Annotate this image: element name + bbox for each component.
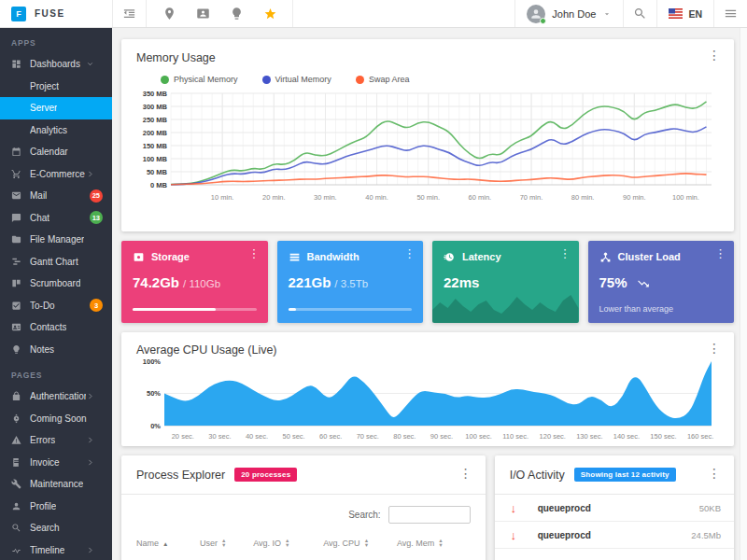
sort-icon: ▲▼	[364, 539, 369, 548]
svg-text:100 min.: 100 min.	[672, 193, 699, 202]
collapse-sidebar-button[interactable]	[112, 0, 146, 27]
process-menu-button[interactable]: ⋮	[456, 465, 476, 482]
svg-text:0 MB: 0 MB	[150, 181, 168, 189]
bandwidth-menu-button[interactable]: ⋮	[403, 246, 416, 260]
sidebar-item-invoice[interactable]: Invoice	[0, 452, 112, 474]
language-selector[interactable]: EN	[656, 0, 713, 27]
legend-item[interactable]: Virtual Memory	[262, 75, 331, 84]
column-header-avg-io[interactable]: Avg. IO▲▼	[253, 539, 323, 548]
cart-icon	[11, 169, 21, 179]
svg-text:30 min.: 30 min.	[314, 193, 337, 202]
io-activity-row[interactable]: ↓queueprocd24.5Mb	[495, 522, 734, 549]
sidebar-item-to-do[interactable]: To-Do3	[0, 295, 112, 317]
svg-text:130 sec.: 130 sec.	[576, 432, 602, 441]
svg-text:100%: 100%	[143, 357, 162, 366]
clock-icon	[444, 251, 456, 263]
user-menu[interactable]: John Doe	[514, 0, 623, 27]
sidebar-item-label: E-Commerce	[30, 169, 85, 179]
gantt-icon	[11, 257, 21, 267]
sidebar-item-mail[interactable]: Mail25	[0, 185, 112, 207]
sidebar-item-label: Analytics	[30, 125, 67, 135]
latency-menu-button[interactable]: ⋮	[559, 246, 571, 260]
sidebar-item-label: Timeline	[30, 545, 64, 555]
bulb-icon	[11, 344, 21, 355]
svg-text:90 sec.: 90 sec.	[430, 432, 453, 441]
sidebar-item-label: Project	[30, 81, 59, 91]
svg-text:20 min.: 20 min.	[262, 193, 286, 202]
sidebar-item-authentication[interactable]: Authentication	[0, 385, 112, 408]
search-button[interactable]	[623, 0, 656, 27]
contact-card-icon	[196, 7, 210, 21]
sidebar-item-e-commerce[interactable]: E-Commerce	[0, 163, 112, 186]
column-header-avg-cpu[interactable]: Avg. CPU▲▼	[323, 539, 397, 548]
bottom-row: Process Explorer 20 processes ⋮ Search: …	[121, 455, 734, 560]
column-header-name[interactable]: Name▲	[136, 539, 200, 548]
io-activity-row[interactable]: ↓queueprocd50KB	[495, 495, 734, 522]
cluster-icon	[599, 250, 612, 263]
contacts-shortcut-button[interactable]	[186, 0, 219, 27]
sidebar-item-profile[interactable]: Profile	[0, 496, 112, 518]
cpu-card-menu-button[interactable]: ⋮	[704, 340, 725, 357]
sidebar-item-maintenance[interactable]: Maintenance	[0, 473, 112, 496]
sidebar-item-coming-soon[interactable]: Coming Soon	[0, 408, 112, 430]
notes-shortcut-button[interactable]	[219, 0, 253, 27]
cluster-load-title: Cluster Load	[618, 251, 681, 262]
io-menu-button[interactable]: ⋮	[704, 465, 725, 482]
sidebar-item-label: File Manager	[30, 234, 84, 245]
chat-icon	[11, 213, 21, 223]
sidebar-item-label: Scrumboard	[30, 278, 80, 288]
latency-card: Latency ⋮ 22ms	[432, 241, 579, 323]
sidebar-item-gantt-chart[interactable]: Gantt Chart	[0, 251, 112, 273]
sidebar-item-contacts[interactable]: Contacts	[0, 316, 112, 339]
sidebar-item-analytics[interactable]: Analytics	[0, 119, 112, 142]
count-badge: 13	[90, 211, 103, 224]
sidebar-item-server[interactable]: Server	[0, 97, 112, 119]
star-icon	[263, 7, 277, 21]
sort-asc-icon: ▲	[162, 540, 168, 547]
column-header-user[interactable]: User▲▼	[200, 539, 253, 548]
sidebar-item-notes[interactable]: Notes	[0, 339, 112, 361]
sidebar-item-scrumboard[interactable]: Scrumboard	[0, 273, 112, 295]
cluster-menu-button[interactable]: ⋮	[714, 246, 726, 260]
storage-value: 74.2Gb	[133, 274, 179, 290]
column-header-avg-mem[interactable]: Avg. Mem▲▼	[397, 539, 471, 548]
storage-menu-button[interactable]: ⋮	[248, 246, 261, 260]
process-name: queueprocd	[532, 503, 699, 513]
app-logo[interactable]: F FUSE	[0, 0, 112, 27]
legend-item[interactable]: Physical Memory	[161, 75, 238, 84]
process-search-input[interactable]	[388, 506, 471, 524]
sidebar-item-errors[interactable]: Errors	[0, 429, 112, 452]
legend-item[interactable]: Swap Area	[356, 75, 410, 84]
sidebar-item-label: Calendar	[30, 147, 68, 157]
memory-card-menu-button[interactable]: ⋮	[704, 47, 725, 63]
bandwidth-value: 221Gb	[289, 274, 331, 290]
place-shortcut-button[interactable]	[152, 0, 186, 27]
sidebar-item-label: Search	[30, 523, 60, 533]
quick-panel-button[interactable]	[713, 0, 747, 27]
sidebar-item-timeline[interactable]: Timeline	[0, 539, 112, 560]
lock-icon	[11, 391, 21, 401]
nav-section-label: APPS	[0, 28, 112, 53]
io-activity-badge: Showing last 12 activity	[574, 468, 676, 482]
svg-text:350 MB: 350 MB	[143, 90, 168, 98]
sidebar-item-search[interactable]: Search	[0, 517, 112, 539]
svg-text:30 sec.: 30 sec.	[208, 432, 231, 441]
chevron-right-icon	[86, 392, 94, 400]
sidebar-item-calendar[interactable]: Calendar	[0, 141, 112, 163]
bandwidth-total: / 3.5Tb	[334, 278, 368, 289]
count-badge: 25	[90, 189, 103, 203]
sidebar-item-dashboards[interactable]: Dashboards	[0, 53, 112, 76]
chevron-right-icon	[86, 546, 94, 554]
svg-text:70 sec.: 70 sec.	[357, 432, 379, 441]
logo-text: FUSE	[35, 8, 65, 19]
favorites-button[interactable]	[253, 0, 287, 27]
sidebar-item-label: Authentication	[30, 391, 86, 401]
sidebar-item-project[interactable]: Project	[0, 76, 112, 98]
sidebar-item-file-manager[interactable]: File Manager	[0, 229, 112, 251]
sidebar-item-chat[interactable]: Chat13	[0, 207, 112, 230]
svg-text:160 sec.: 160 sec.	[687, 432, 713, 441]
invoice-icon	[11, 457, 21, 468]
cpu-usage-chart: 0%50%100%20 sec.30 sec.40 sec.50 sec.60 …	[136, 357, 719, 442]
main-content: Memory Usage ⋮ Physical MemoryVirtual Me…	[112, 28, 747, 560]
scrollbar[interactable]	[740, 28, 747, 560]
